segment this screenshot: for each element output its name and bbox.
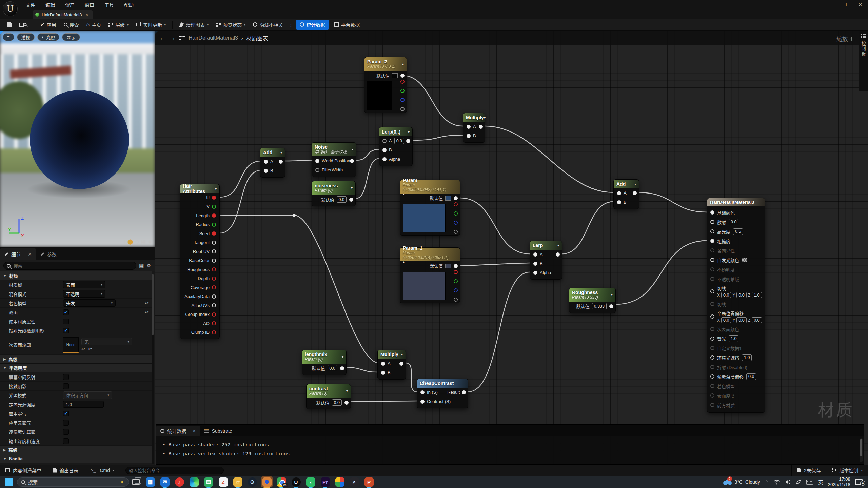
taskbar-icon-netease-music[interactable]: ♪ — [174, 476, 185, 487]
input-Alpha-icon[interactable] — [533, 271, 537, 275]
collapse-icon[interactable]: ▾ — [352, 147, 353, 151]
output-icon[interactable] — [350, 159, 354, 163]
volume-icon[interactable] — [785, 479, 791, 485]
node-param2[interactable]: Param_2Param (0,0,0,1)▴默认值 — [364, 57, 407, 113]
shape-mesh-button[interactable]: ◈ — [148, 239, 152, 245]
input-粗糙度-icon[interactable] — [710, 239, 714, 243]
node-multiply-bottom[interactable]: Multiply▾AB — [377, 350, 406, 380]
weather-widget[interactable]: 2 3°CCloudy — [723, 479, 760, 485]
back-icon[interactable]: ← — [159, 34, 166, 42]
input-A-icon[interactable] — [264, 160, 268, 164]
node-noise[interactable]: Noise单纯形 - 基于纹理▾World PositionFilterWidt… — [312, 142, 356, 177]
input-In (S)-icon[interactable] — [420, 390, 425, 394]
input-A-icon[interactable] — [381, 362, 385, 366]
stats-button[interactable]: 统计数据 — [296, 20, 329, 30]
input-A-icon[interactable] — [382, 139, 387, 143]
menu-item-0[interactable]: 文件 — [22, 0, 39, 9]
input-A-icon[interactable] — [617, 191, 621, 195]
tab-hairdefaultmaterial3[interactable]: HairDefaultMaterial3 × — [33, 10, 93, 19]
node-contrast[interactable]: contrastParam (0)▾默认值0.0 — [306, 384, 351, 409]
collapse-icon[interactable]: ▾ — [634, 182, 636, 186]
color-swatch[interactable] — [392, 73, 398, 78]
revision-control-button[interactable]: 版本控制▾ — [826, 465, 868, 476]
details-scrollbar[interactable] — [152, 274, 154, 464]
taskbar-icon-lens-app[interactable]: ⌕ — [349, 476, 360, 487]
output-icon[interactable] — [400, 74, 405, 78]
value-Y[interactable]: 0.0 — [736, 292, 746, 298]
output-Length-icon[interactable] — [212, 214, 216, 218]
asset-thumbnail[interactable]: None — [63, 337, 79, 353]
node-param1[interactable]: Param_1Param (0.0206,0.0274,0.0521,1)▴默认… — [400, 247, 460, 303]
value-X[interactable]: 0.0 — [721, 292, 731, 298]
output-icon[interactable] — [479, 125, 483, 129]
show-button[interactable]: 显示 — [62, 33, 80, 41]
gray-channel-icon[interactable] — [454, 298, 458, 302]
output-icon[interactable] — [556, 252, 560, 257]
viewport-menu-button[interactable]: ≡ — [3, 33, 14, 41]
node-header[interactable]: Hair Attributes▾ — [180, 184, 219, 193]
node-material[interactable]: HairDefaultMaterial3基础颜色散射0.0高光度0.5粗糙度各向… — [707, 198, 765, 413]
home-button[interactable]: ⌂主页 — [83, 20, 105, 30]
output-U-icon[interactable] — [212, 196, 216, 200]
input-自发光颜色-icon[interactable] — [710, 258, 714, 262]
node-lerp[interactable]: Lerp▾ABAlpha — [530, 241, 562, 280]
lit-mode-button[interactable]: ◐光照 — [37, 33, 60, 41]
output-icon[interactable] — [454, 264, 458, 268]
dropdown-材质域[interactable]: 表面▾ — [63, 281, 105, 288]
input-散射-icon[interactable] — [710, 220, 714, 224]
input-折射 (Disabled)-icon[interactable] — [710, 365, 714, 369]
node-header[interactable]: contrastParam (0)▾ — [307, 384, 351, 398]
output-Depth-icon[interactable] — [212, 277, 216, 281]
collapse-icon[interactable]: ▾ — [346, 389, 348, 393]
apply-button[interactable]: ✔应用 — [37, 20, 60, 30]
more-options-icon[interactable]: ⋮ — [287, 22, 295, 28]
node-header[interactable]: RoughnessParam (0.333)▾ — [569, 288, 615, 302]
output-Coverage-icon[interactable] — [212, 285, 216, 289]
dropdown-混合模式[interactable]: 不透明▾ — [63, 290, 105, 298]
checkbox-接触阴影[interactable] — [63, 383, 69, 389]
palette-side-tab[interactable]: 控制板 — [859, 30, 868, 92]
taskbar-icon-zhihu[interactable]: Z — [217, 476, 229, 487]
taskbar-icon-active-app[interactable]: ⚉ — [261, 476, 273, 487]
search-button[interactable]: 搜索 — [60, 20, 83, 30]
input-Alpha-icon[interactable] — [382, 157, 387, 161]
input-language[interactable]: 英 — [818, 479, 823, 485]
menu-item-5[interactable]: 帮助 — [120, 0, 138, 9]
taskbar-icon-unreal[interactable]: U — [290, 476, 302, 487]
minimize-button[interactable]: – — [821, 0, 837, 9]
output-icon[interactable] — [406, 139, 410, 143]
platform-stats-button[interactable]: 平台数据 — [330, 20, 363, 30]
collapse-icon[interactable]: ▾ — [342, 355, 343, 359]
details-close-icon[interactable]: ✕ — [28, 251, 32, 257]
shape-cube-button[interactable]: ▦ — [141, 239, 146, 245]
output-V-icon[interactable] — [212, 205, 216, 209]
node-cheapcontrast[interactable]: CheapContrastIn (S)ResultContrast (S) — [417, 379, 468, 408]
output-Radius-icon[interactable] — [212, 223, 216, 227]
hide-unrelated-button[interactable]: 隐藏不相关 — [249, 20, 287, 30]
output-AO-icon[interactable] — [212, 321, 216, 325]
output-icon[interactable] — [279, 160, 283, 164]
value-Z[interactable]: 1.0 — [752, 292, 762, 298]
node-param[interactable]: ParamParam (0.00659,0.042,0.141,1)▴默认值 — [400, 180, 460, 236]
task-view-button[interactable] — [132, 479, 140, 485]
dropdown-着色模型[interactable]: 头发▾ — [63, 299, 116, 307]
hierarchy-button[interactable]: 层级▾ — [105, 20, 132, 30]
node-lengthmix[interactable]: lengthmixParam (0)▾默认值0.0 — [302, 350, 347, 375]
value-Z[interactable]: 0.0 — [752, 317, 762, 323]
checkbox-输出深度和速度[interactable] — [63, 438, 69, 444]
blue-channel-icon[interactable] — [454, 221, 458, 225]
green-channel-icon[interactable] — [400, 89, 405, 93]
output-icon[interactable] — [399, 362, 403, 366]
section-高级[interactable]: ▶高级 — [0, 446, 152, 454]
restore-button[interactable]: ❐ — [837, 0, 852, 9]
tray-expand-icon[interactable]: ⌃ — [765, 479, 769, 485]
taskbar-icon-wechat[interactable]: ◖ — [305, 476, 316, 487]
input-像素深度偏移-icon[interactable] — [710, 374, 714, 379]
input-自定义数据1-icon[interactable] — [710, 346, 714, 350]
checkbox-投射光线检测阴影[interactable]: ✓ — [63, 328, 69, 333]
output-icon[interactable] — [344, 401, 349, 405]
display-filter-icon[interactable]: ▦ — [139, 263, 144, 269]
input-value[interactable]: 0.0 — [746, 373, 756, 380]
node-header[interactable]: Lerp(0,,)▾ — [379, 127, 412, 136]
input-Contrast (S)-icon[interactable] — [420, 400, 425, 404]
